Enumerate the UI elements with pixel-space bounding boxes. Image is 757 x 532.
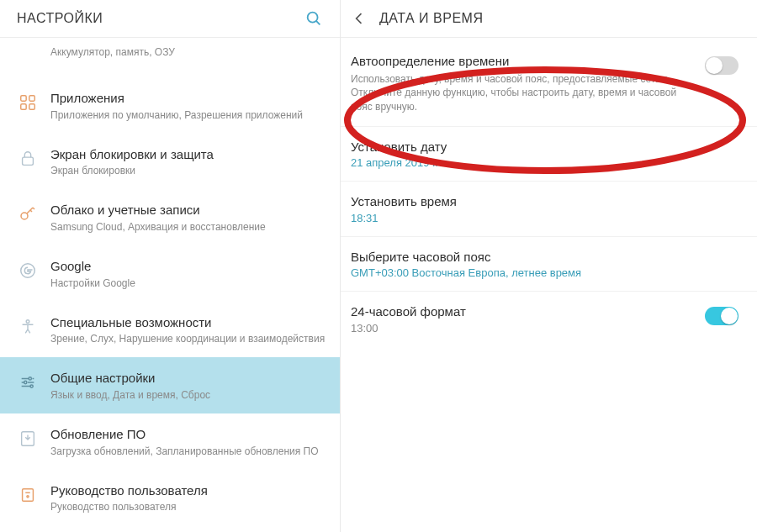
detail-body: Автоопределение времени Использовать дат… bbox=[341, 38, 757, 346]
lock-icon bbox=[17, 148, 39, 170]
search-button[interactable] bbox=[303, 8, 325, 29]
sidebar-item-accessibility[interactable]: Специальные возможности Зрение, Слух, На… bbox=[0, 302, 340, 358]
sidebar-item-label: Google bbox=[50, 258, 326, 275]
detail-title: ДАТА И ВРЕМЯ bbox=[379, 11, 483, 26]
sidebar-item-update[interactable]: Обновление ПО Загрузка обновлений, Запла… bbox=[0, 413, 340, 470]
sidebar-list: Аккумулятор, память, ОЗУ Приложения Прил… bbox=[0, 38, 340, 532]
svg-point-11 bbox=[29, 377, 31, 380]
detail-item-set-time[interactable]: Установить время 18:31 bbox=[341, 182, 757, 237]
detail-item-label: Установить дату bbox=[351, 139, 738, 155]
24h-switch[interactable] bbox=[705, 307, 738, 325]
detail-item-label: Выберите часовой пояс bbox=[351, 249, 738, 266]
svg-rect-3 bbox=[21, 96, 26, 101]
svg-rect-5 bbox=[21, 104, 26, 109]
sidebar-item-sub: Язык и ввод, Дата и время, Сброс bbox=[50, 388, 326, 402]
sidebar-item-sub: Зрение, Слух, Нарушение координации и вз… bbox=[50, 332, 326, 345]
search-icon bbox=[304, 9, 323, 28]
sidebar-item-cloud[interactable]: Облако и учетные записи Samsung Cloud, А… bbox=[0, 189, 340, 245]
sidebar-item-sub: Загрузка обновлений, Запланированные обн… bbox=[50, 445, 326, 458]
sidebar-item-sub: Настройки Google bbox=[50, 277, 326, 290]
svg-point-0 bbox=[308, 13, 318, 23]
svg-point-10 bbox=[26, 320, 29, 324]
update-icon bbox=[17, 428, 39, 450]
detail-item-value: GMT+03:00 Восточная Европа, летнее время bbox=[351, 266, 738, 279]
sliders-icon bbox=[17, 371, 39, 393]
sidebar-item-sub: Руководство пользователя bbox=[50, 500, 326, 514]
detail-item-label: Автоопределение времени bbox=[351, 53, 695, 70]
detail-header: ДАТА И ВРЕМЯ bbox=[341, 0, 757, 37]
svg-point-8 bbox=[21, 213, 28, 219]
sidebar-item-sub: Экран блокировки bbox=[50, 164, 326, 177]
detail-item-set-date[interactable]: Установить дату 21 апреля 2019 г. bbox=[341, 127, 757, 182]
detail-item-value: 18:31 bbox=[351, 212, 738, 224]
sidebar-item-label: Облако и учетные записи bbox=[50, 202, 326, 219]
sidebar-item-apps[interactable]: Приложения Приложения по умолчанию, Разр… bbox=[0, 77, 340, 134]
sidebar-item-sub: Samsung Cloud, Архивация и восстановлени… bbox=[50, 220, 326, 234]
sidebar-item-google[interactable]: Google Настройки Google bbox=[0, 245, 340, 302]
sidebar-item-label: Экран блокировки и защита bbox=[50, 146, 326, 163]
sidebar-item-lockscreen[interactable]: Экран блокировки и защита Экран блокиров… bbox=[0, 134, 340, 190]
sidebar-item-battery[interactable]: Аккумулятор, память, ОЗУ bbox=[0, 38, 340, 77]
manual-icon bbox=[17, 484, 39, 506]
detail-item-value: 13:00 bbox=[351, 322, 695, 334]
back-button[interactable] bbox=[346, 5, 373, 32]
apps-icon bbox=[17, 92, 39, 113]
sidebar-item-about[interactable]: Сведения о планшете Состояние, Юридическ… bbox=[0, 526, 340, 533]
sidebar-item-sub: Приложения по умолчанию, Разрешения прил… bbox=[50, 108, 326, 122]
detail-item-24h[interactable]: 24-часовой формат 13:00 bbox=[341, 292, 757, 346]
sidebar-item-manual[interactable]: Руководство пользователя Руководство пол… bbox=[0, 470, 340, 526]
svg-point-12 bbox=[24, 382, 27, 384]
sidebar-title: НАСТРОЙКИ bbox=[17, 11, 103, 26]
sidebar-item-sub: Аккумулятор, память, ОЗУ bbox=[50, 45, 326, 59]
chevron-left-icon bbox=[351, 10, 368, 27]
sidebar-header: НАСТРОЙКИ bbox=[0, 0, 340, 37]
svg-rect-7 bbox=[23, 157, 34, 165]
detail-item-desc: Использовать дату, время и часовой пояс,… bbox=[351, 72, 695, 114]
auto-time-switch[interactable] bbox=[705, 56, 738, 75]
settings-sidebar: НАСТРОЙКИ Аккумулятор, память, ОЗУ bbox=[0, 0, 341, 532]
detail-item-value: 21 апреля 2019 г. bbox=[351, 156, 738, 169]
sidebar-item-label: Приложения bbox=[50, 90, 326, 107]
svg-point-16 bbox=[27, 496, 29, 498]
detail-item-label: 24-часовой формат bbox=[351, 303, 695, 320]
detail-item-auto-time[interactable]: Автоопределение времени Использовать дат… bbox=[341, 41, 757, 127]
detail-item-label: Установить время bbox=[351, 193, 738, 210]
svg-rect-6 bbox=[29, 104, 34, 109]
sidebar-item-label: Руководство пользователя bbox=[50, 482, 326, 499]
sidebar-item-label: Обновление ПО bbox=[50, 426, 326, 443]
google-icon bbox=[17, 260, 39, 282]
sidebar-item-label: Общие настройки bbox=[50, 370, 326, 387]
svg-rect-4 bbox=[29, 96, 34, 101]
svg-point-13 bbox=[30, 385, 33, 387]
detail-panel: ДАТА И ВРЕМЯ Автоопределение времени Исп… bbox=[341, 0, 757, 532]
sidebar-item-label: Специальные возможности bbox=[50, 314, 326, 331]
sidebar-item-general[interactable]: Общие настройки Язык и ввод, Дата и врем… bbox=[0, 357, 340, 413]
detail-item-timezone[interactable]: Выберите часовой пояс GMT+03:00 Восточна… bbox=[341, 237, 757, 292]
svg-line-1 bbox=[316, 21, 320, 24]
key-icon bbox=[17, 203, 39, 225]
accessibility-icon bbox=[17, 316, 39, 338]
